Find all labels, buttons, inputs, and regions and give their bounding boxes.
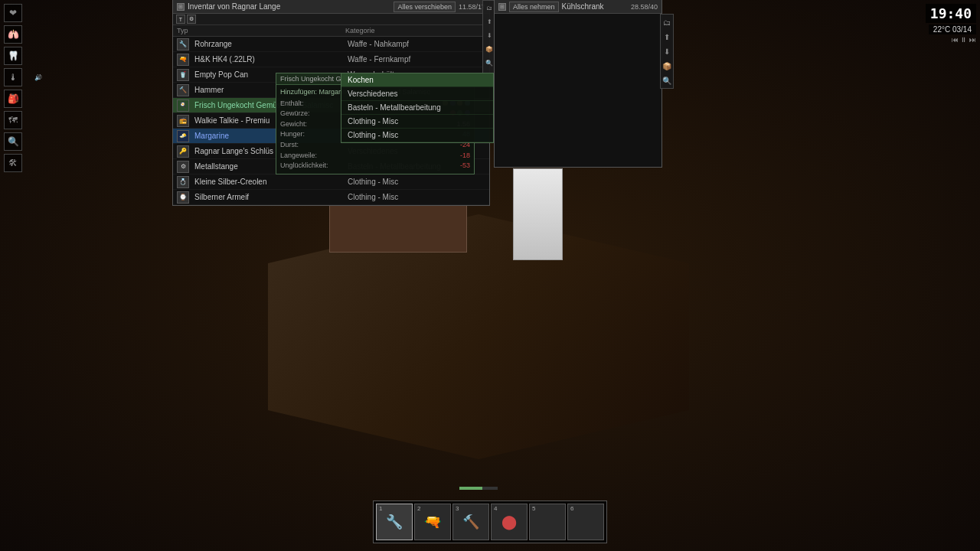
right-panel-header: ⊞ Alles nehmen Kühlschrank 28.58/40 (495, 0, 662, 14)
fridge-object (513, 168, 563, 260)
tooltip-label-hunger: Hunger: (280, 129, 305, 139)
item-type-rohrzange: Waffe - Nahkampf (345, 40, 489, 48)
hud-icon-bag[interactable]: 🎒 (4, 90, 22, 108)
context-item-clothing2[interactable]: Clothing - Misc (341, 129, 493, 142)
hotbar-slot-icon-2: 🔫 (424, 514, 441, 530)
item-icon-creolen: 💍 (177, 176, 189, 188)
hud-icon-breath[interactable]: 🫁 (4, 25, 22, 44)
item-type-creolen: Clothing - Misc (345, 178, 489, 186)
item-type-hk4: Waffe - Fernkampf (345, 55, 489, 64)
inventory-columns: Typ Kategorie (173, 25, 489, 37)
r-icon-4[interactable]: 📦 (662, 60, 672, 71)
right-panel-weight: 28.58/40 (631, 3, 658, 11)
tooltip-label-gewicht: Gewicht: (280, 119, 307, 129)
right-panel-list[interactable] (495, 14, 662, 167)
item-armeif[interactable]: ⌚ Silberner Armeif Clothing - Misc (173, 190, 489, 205)
hotbar-slot-icon-3: 🔨 (462, 514, 479, 530)
tooltip-label-unglueck: Unglücklichkeit: (280, 161, 328, 171)
hotbar-slot-6[interactable]: 6 (567, 504, 604, 540)
tooltip-label-enthalt: Enthält: (280, 99, 304, 109)
date-display: 22°C 03/14 (929, 24, 976, 34)
inventory-title: Inventar von Ragnar Lange (188, 2, 390, 11)
item-icon-metallstange: ⚙ (177, 161, 189, 173)
hud-icon-craft[interactable]: 🛠 (4, 154, 22, 172)
progress-bar-area (459, 487, 498, 490)
hotbar-slot-2[interactable]: 2 🔫 (414, 504, 451, 540)
clock-display: 19:40 (926, 4, 976, 23)
side-icon-3[interactable]: ⬇ (484, 30, 495, 41)
item-name-rohrzange: Rohrzange (192, 40, 345, 48)
hotbar-slot-num-1: 1 (379, 505, 382, 512)
context-item-clothing1[interactable]: Clothing - Misc (341, 115, 493, 129)
item-rohrzange[interactable]: 🔧 Rohrzange Waffe - Nahkampf (173, 37, 489, 52)
right-panel: ⊞ Alles nehmen Kühlschrank 28.58/40 (494, 0, 662, 168)
item-name-armeif: Silberner Armeif (192, 193, 345, 201)
hotbar-slot-4[interactable]: 4 ⬤ (491, 504, 528, 540)
item-name-hk4: H&K HK4 (.22LR) (192, 55, 345, 64)
tooltip-stat-langeweile: Langeweile: -18 (280, 151, 470, 161)
hud-top-right: 19:40 22°C 03/14 ⏮ ⏸ ⏭ (926, 4, 976, 44)
item-icon-hammer: 🔨 (177, 84, 189, 96)
counter-furniture (329, 199, 467, 253)
side-icon-4[interactable]: 📦 (484, 44, 495, 54)
side-icon-5[interactable]: 🔍 (484, 57, 495, 68)
tooltip-label-durst: Durst: (280, 140, 299, 150)
tooltip-label-gewuerze: Gewürze: (280, 109, 310, 119)
tooltip-val-langeweile: -18 (460, 151, 470, 161)
r-icon-2[interactable]: ⬆ (662, 31, 672, 42)
hud-icon-map[interactable]: 🗺 (4, 111, 22, 129)
item-icon-schluessel: 🔑 (177, 145, 189, 158)
tooltip-val-unglueck: -53 (460, 161, 470, 171)
hud-sound-indicator: 🔊 (34, 74, 42, 81)
hotbar-slot-1[interactable]: 1 🔧 (376, 504, 413, 540)
r-icon-3[interactable]: ⬇ (662, 46, 672, 57)
item-icon-walkie: 📻 (177, 115, 189, 127)
hud-icon-health[interactable]: ❤ (4, 4, 22, 22)
context-item-verschiedenes[interactable]: Verschiedenes (341, 87, 493, 101)
hotbar-slot-3[interactable]: 3 🔨 (452, 504, 489, 540)
left-hud: ❤ 🫁 🦷 🌡 🎒 🗺 🔍 🛠 (4, 4, 22, 172)
col-header-type: Typ (177, 26, 345, 35)
hotbar-slot-num-2: 2 (417, 505, 420, 512)
hotbar-slot-num-6: 6 (570, 505, 573, 512)
hud-icon-search[interactable]: 🔍 (4, 132, 22, 151)
filter-icon-2[interactable]: ⚙ (187, 15, 196, 24)
hotbar-slot-icon-1: 🔧 (386, 514, 403, 530)
hotbar-slot-num-4: 4 (494, 505, 497, 512)
item-icon-armeif: ⌚ (177, 191, 189, 204)
side-icon-1[interactable]: 🗂 (484, 2, 495, 13)
hud-icon-temp[interactable]: 🌡 (4, 68, 22, 86)
hotbar-slot-5[interactable]: 5 (529, 504, 566, 540)
side-icon-2[interactable]: ⬆ (484, 16, 495, 27)
take-all-button[interactable]: Alles nehmen (509, 2, 559, 12)
r-icon-1[interactable]: 🗂 (662, 17, 672, 28)
tooltip-stat-unglueck: Unglücklichkeit: -53 (280, 161, 470, 171)
right-panel-title: Kühlschrank (562, 2, 628, 11)
progress-fill (459, 487, 482, 490)
r-icon-5[interactable]: 🔍 (662, 75, 672, 86)
item-name-creolen: Kleine Silber-Creolen (192, 178, 345, 186)
item-icon-margarine: 🧈 (177, 130, 189, 142)
item-icon-hk4: 🔫 (177, 54, 189, 66)
right-icons-col: 🗂 ⬆ ⬇ 📦 🔍 (660, 14, 674, 89)
hotbar: 1 🔧 2 🔫 3 🔨 4 ⬤ 5 6 (373, 500, 607, 543)
hotbar-slot-icon-4: ⬤ (501, 514, 517, 530)
inventory-header: ⊞ Inventar von Ragnar Lange Alles versch… (173, 0, 489, 14)
filter-icon-1[interactable]: T (176, 15, 185, 24)
context-menu: Kochen Verschiedenes Basteln - Metallbea… (341, 73, 494, 143)
item-icon-rohrzange: 🔧 (177, 38, 189, 51)
media-controls: ⏮ ⏸ ⏭ (952, 36, 976, 44)
context-item-kochen[interactable]: Kochen (341, 73, 493, 87)
hud-icon-food[interactable]: 🦷 (4, 47, 22, 65)
item-icon-pop-can: 🥤 (177, 69, 189, 81)
item-hk4[interactable]: 🔫 H&K HK4 (.22LR) Waffe - Fernkampf (173, 52, 489, 67)
item-icon-frisch: 🍳 (177, 99, 189, 112)
context-item-basteln[interactable]: Basteln - Metallbearbeitung (341, 101, 493, 115)
hotbar-slot-num-5: 5 (532, 505, 535, 512)
tooltip-label-langeweile: Langeweile: (280, 151, 317, 161)
move-all-button[interactable]: Alles verschieben (394, 2, 456, 12)
inventory-weight: 11.58/17 (459, 3, 485, 11)
item-type-armeif: Clothing - Misc (345, 193, 489, 201)
right-header-icon: ⊞ (498, 3, 506, 11)
item-creolen[interactable]: 💍 Kleine Silber-Creolen Clothing - Misc (173, 174, 489, 190)
